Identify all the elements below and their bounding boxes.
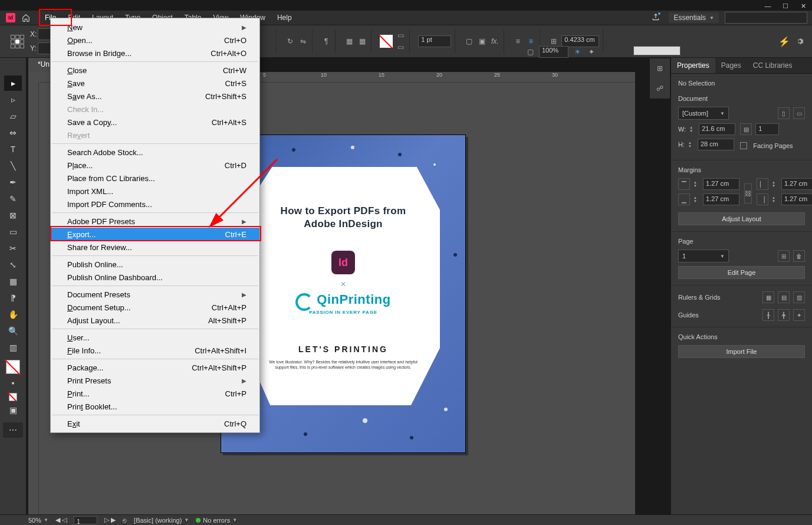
view-mode[interactable]: ▣ [4, 402, 22, 418]
window-maximize[interactable]: ☐ [777, 0, 794, 12]
file-menu-save-a-copy[interactable]: Save a Copy...Ctrl+Alt+S [51, 116, 259, 129]
file-menu-document-presets[interactable]: Document Presets▶ [51, 288, 259, 301]
import-file-button[interactable]: Import File [678, 345, 805, 358]
margin-left[interactable]: 1.27 cm [781, 178, 812, 190]
hand-tool[interactable]: ✋ [4, 307, 22, 322]
stroke-style[interactable] [633, 46, 680, 55]
facing-checkbox[interactable] [740, 142, 747, 149]
selection-tool[interactable]: ▸ [4, 76, 22, 91]
margin-bottom[interactable]: 1.27 cm [703, 193, 739, 205]
file-menu-print-booklet[interactable]: Print Booklet... [51, 400, 259, 413]
delete-page-icon[interactable]: 🗑 [793, 250, 805, 262]
file-menu-user[interactable]: User... [51, 331, 259, 344]
tab-properties[interactable]: Properties [671, 58, 715, 73]
type-tool[interactable]: T [4, 142, 22, 157]
workspace-dropdown[interactable]: Essentials▼ [669, 12, 719, 23]
file-menu-document-setup[interactable]: Document Setup...Ctrl+Alt+P [51, 301, 259, 314]
file-menu-save-as[interactable]: Save As...Ctrl+Shift+S [51, 90, 259, 103]
file-menu-browse-in-bridge[interactable]: Browse in Bridge...Ctrl+Alt+O [51, 47, 259, 60]
margin-right[interactable]: 1.27 cm [781, 193, 812, 205]
file-menu-new[interactable]: New▶ [51, 21, 259, 34]
pages-input[interactable]: 1 [755, 123, 779, 135]
file-menu-share-for-review[interactable]: Share for Review... [51, 241, 259, 254]
guides-icon2[interactable]: ╋ [778, 309, 790, 321]
link-margins-icon[interactable]: ⛓ [744, 183, 752, 204]
share-icon[interactable]: • [652, 13, 663, 23]
color-profile[interactable]: [Basic] (working) ▼ [134, 517, 189, 524]
edit-tools[interactable]: ⋯ [3, 422, 23, 438]
flash-icon[interactable]: ⚡ [779, 36, 790, 47]
page-tool[interactable]: ▱ [4, 109, 22, 124]
file-menu-file-info[interactable]: File Info...Ctrl+Alt+Shift+I [51, 344, 259, 357]
baseline-icon[interactable]: ▥ [793, 291, 805, 303]
zoom-level[interactable]: 50% ▼ [28, 517, 48, 524]
transform-tool[interactable]: ⤡ [4, 257, 22, 273]
adjust-layout-button[interactable]: Adjust Layout [678, 212, 805, 225]
file-menu-save[interactable]: SaveCtrl+S [51, 77, 259, 90]
new-page-icon[interactable]: ⊞ [778, 250, 790, 262]
edit-page-button[interactable]: Edit Page [678, 266, 805, 279]
file-menu-adjust-layout[interactable]: Adjust Layout...Alt+Shift+P [51, 314, 259, 327]
file-menu-exit[interactable]: ExitCtrl+Q [51, 417, 259, 430]
open-icon[interactable]: ⎋ [123, 517, 127, 524]
tab-pages[interactable]: Pages [715, 58, 747, 73]
line-tool[interactable]: ╲ [4, 158, 22, 173]
preset-dropdown[interactable]: [Custom]▼ [678, 107, 729, 120]
links-icon[interactable]: ☍ [655, 83, 665, 94]
file-menu-print[interactable]: Print...Ctrl+P [51, 387, 259, 400]
rotate-icon[interactable]: ↻ [285, 36, 295, 47]
opacity-input[interactable]: 100% [539, 46, 568, 58]
file-menu-import-pdf-comments[interactable]: Import PDF Comments... [51, 198, 259, 211]
orientation-landscape[interactable]: ▭ [793, 107, 805, 119]
rect-tool[interactable]: ▭ [4, 224, 22, 239]
margin-top[interactable]: 1.27 cm [703, 178, 739, 190]
direct-select-tool[interactable]: ▹ [4, 92, 22, 107]
para-icon[interactable]: ¶ [321, 36, 331, 47]
orientation-portrait[interactable]: ▯ [778, 107, 790, 119]
file-menu-close[interactable]: CloseCtrl+W [51, 64, 259, 77]
stroke-weight-input[interactable]: 1 pt [418, 35, 451, 47]
file-menu-place[interactable]: Place...Ctrl+D [51, 159, 259, 172]
file-menu-publish-online-dashboard[interactable]: Publish Online Dashboard... [51, 271, 259, 284]
default-fill[interactable] [9, 393, 17, 401]
gap-tool[interactable]: ⇔ [4, 125, 22, 140]
file-menu-import-xml[interactable]: Import XML... [51, 185, 259, 198]
cc-libraries-icon[interactable]: ⊞ [655, 63, 665, 74]
rect-frame-tool[interactable]: ⊠ [4, 208, 22, 223]
preflight-status[interactable]: No errors ▼ [196, 517, 237, 524]
gradient-tool[interactable]: ▦ [4, 274, 22, 289]
fill-swatch[interactable] [380, 35, 393, 48]
menu-help[interactable]: Help [271, 11, 298, 24]
file-menu-open[interactable]: Open...Ctrl+O [51, 34, 259, 47]
file-menu-search-adobe-stock[interactable]: Search Adobe Stock... [51, 146, 259, 159]
file-menu-export[interactable]: Export...Ctrl+E [51, 228, 259, 241]
file-menu-package[interactable]: Package...Ctrl+Alt+Shift+P [51, 361, 259, 374]
tab-cc-libraries[interactable]: CC Libraries [747, 58, 798, 73]
home-icon[interactable] [20, 12, 32, 24]
flip-h-icon[interactable]: ⇋ [298, 36, 308, 47]
width-input[interactable]: 21.6 cm [699, 123, 735, 135]
offset-input[interactable]: 0.4233 cm [561, 35, 599, 47]
page-number-dropdown[interactable]: 1▼ [678, 250, 729, 262]
page-nav[interactable]: 1 [74, 516, 97, 524]
window-close[interactable]: ✕ [794, 0, 812, 12]
search-input[interactable] [725, 12, 807, 24]
guides-icon1[interactable]: ╂ [762, 309, 774, 321]
height-input[interactable]: 28 cm [698, 139, 734, 150]
eyedropper-tool[interactable]: ⁋ [4, 290, 22, 306]
file-menu-adobe-pdf-presets[interactable]: Adobe PDF Presets▶ [51, 215, 259, 228]
zoom-tool[interactable]: 🔍 [4, 323, 22, 339]
pen-tool[interactable]: ✒ [4, 175, 22, 190]
color-theme-tool[interactable]: ▥ [4, 340, 22, 355]
apply-color[interactable]: ▪ [4, 375, 22, 391]
rulers-icon[interactable]: ▦ [762, 291, 774, 303]
gear-icon[interactable] [794, 36, 805, 47]
file-menu-publish-online[interactable]: Publish Online... [51, 258, 259, 271]
file-menu-place-from-cc-libraries[interactable]: Place from CC Libraries... [51, 172, 259, 185]
scissors-tool[interactable]: ✂ [4, 241, 22, 256]
fill-stroke-swatch[interactable] [6, 360, 20, 374]
grid-icon[interactable]: ▤ [778, 291, 790, 303]
guides-icon3[interactable]: ✦ [793, 309, 805, 321]
window-minimize[interactable]: — [759, 0, 777, 12]
file-menu-print-presets[interactable]: Print Presets▶ [51, 374, 259, 387]
